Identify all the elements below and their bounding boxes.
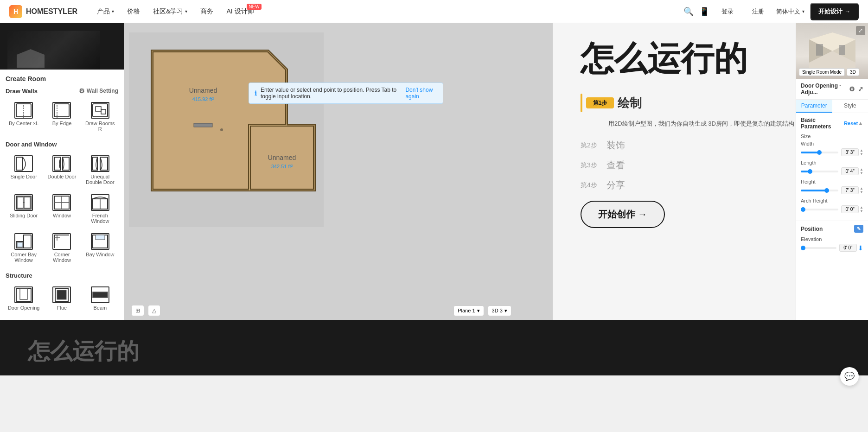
length-thumb[interactable] bbox=[808, 169, 812, 174]
tool-by-edge[interactable]: By Edge bbox=[44, 98, 80, 135]
tool-single-door[interactable]: Single Door bbox=[6, 152, 42, 189]
plane-selector-button[interactable]: Plane 1 ▾ bbox=[453, 305, 484, 316]
3d-mode-button[interactable]: 3D bbox=[847, 68, 859, 76]
svg-rect-51 bbox=[839, 45, 845, 55]
tool-sliding-door[interactable]: Sliding Door bbox=[6, 191, 42, 228]
logo[interactable]: H HOMESTYLER bbox=[9, 5, 77, 18]
position-section: Position ✎ Elevation ⬇ bbox=[796, 221, 868, 259]
arch-height-input[interactable] bbox=[841, 205, 859, 213]
width-slider[interactable] bbox=[801, 152, 838, 153]
3d-preview-svg bbox=[804, 30, 860, 72]
expand-panel-icon[interactable]: ⤢ bbox=[858, 85, 863, 93]
nav-right-actions: 🔍 📱 登录 注册 简体中文 ▾ 开始设计 → bbox=[683, 3, 859, 20]
length-slider[interactable] bbox=[801, 171, 838, 172]
main-layout: Create Room Draw Walls ⚙ Wall Setting bbox=[0, 23, 868, 320]
length-slider-row: ▲ ▼ bbox=[801, 167, 863, 175]
height-arrows: ▲ ▼ bbox=[860, 187, 863, 194]
floor-plan-svg[interactable]: Unnamed 415.92 ft² Unnamed 342.51 ft² bbox=[129, 32, 324, 227]
door-panel-icons: ⚙ ⤢ bbox=[849, 85, 863, 93]
tool-door-opening[interactable]: Door Opening bbox=[6, 283, 42, 314]
tool-double-door[interactable]: Double Door bbox=[44, 152, 80, 189]
length-down-arrow[interactable]: ▼ bbox=[860, 172, 863, 175]
length-input[interactable] bbox=[841, 167, 859, 175]
arch-height-slider[interactable] bbox=[801, 209, 838, 210]
floor-plan-container: Unnamed 415.92 ft² Unnamed 342.51 ft² bbox=[129, 32, 324, 227]
width-thumb[interactable] bbox=[817, 150, 822, 155]
step2-badge-label: 第2步 bbox=[581, 141, 597, 150]
step1-divider bbox=[581, 94, 582, 112]
tool-label: By Center ×L bbox=[9, 121, 39, 126]
tool-label: Beam bbox=[93, 305, 107, 311]
nav-ai-designer[interactable]: AI 设计师 NEW bbox=[221, 5, 259, 19]
tool-french-window[interactable]: French Window bbox=[82, 191, 118, 228]
tool-beam[interactable]: Beam bbox=[82, 283, 118, 314]
width-input[interactable] bbox=[841, 148, 859, 156]
height-slider-row: ▲ ▼ bbox=[801, 186, 863, 194]
tool-window[interactable]: Window bbox=[44, 191, 80, 228]
nav-product[interactable]: 产品 ▾ bbox=[91, 5, 120, 19]
height-slider[interactable] bbox=[801, 190, 838, 191]
tool-flue[interactable]: Flue bbox=[44, 283, 80, 314]
tab-style[interactable]: Style bbox=[832, 100, 868, 113]
svg-rect-9 bbox=[16, 157, 23, 170]
double-door-icon bbox=[52, 155, 71, 172]
tab-parameter[interactable]: Parameter bbox=[796, 100, 832, 113]
tool-label: Flue bbox=[57, 305, 67, 311]
height-down-arrow[interactable]: ▼ bbox=[860, 191, 863, 194]
by-edge-icon bbox=[52, 102, 71, 119]
promo-title: 怎么运行的 bbox=[581, 42, 747, 75]
tool-corner-window[interactable]: Corner Window bbox=[44, 229, 80, 267]
elevation-input[interactable] bbox=[839, 244, 857, 252]
svg-point-45 bbox=[220, 128, 223, 131]
language-selector[interactable]: 简体中文 ▾ bbox=[776, 7, 804, 16]
arch-down-arrow[interactable]: ▼ bbox=[860, 210, 863, 213]
position-edit-button[interactable]: ✎ bbox=[854, 225, 863, 233]
tool-label: By Edge bbox=[52, 121, 72, 126]
3d-label: 3D 3 bbox=[492, 308, 503, 313]
snap-button[interactable]: △ bbox=[148, 305, 160, 316]
3d-view-button[interactable]: 3D 3 ▾ bbox=[488, 305, 511, 316]
height-input[interactable] bbox=[841, 186, 859, 194]
single-room-mode-button[interactable]: Single Room Mode bbox=[799, 68, 845, 76]
start-design-button[interactable]: 开始设计 → bbox=[810, 3, 859, 20]
login-button[interactable]: 登录 bbox=[715, 5, 740, 19]
length-value-box: ▲ ▼ bbox=[841, 167, 863, 175]
wall-setting-button[interactable]: ⚙ Wall Setting bbox=[79, 87, 118, 95]
tool-bay-window[interactable]: Bay Window bbox=[82, 229, 118, 267]
register-button[interactable]: 注册 bbox=[746, 5, 771, 19]
width-down-arrow[interactable]: ▼ bbox=[860, 152, 863, 156]
basic-params-section: Basic Parameters Reset ▲ Size Width ▲ ▼ bbox=[796, 113, 868, 221]
tool-draw-rooms[interactable]: Draw Rooms R bbox=[82, 98, 118, 135]
preview-expand-button[interactable]: ⤢ bbox=[856, 26, 865, 35]
dismiss-notification-button[interactable]: Don't show again bbox=[405, 87, 437, 100]
notification-text: Enter value or select end point to posit… bbox=[261, 87, 402, 100]
nav-price[interactable]: 价格 bbox=[121, 5, 146, 19]
structure-label: Structure bbox=[6, 272, 32, 279]
tool-label: Unequal Double Door bbox=[84, 174, 116, 185]
bay-window-icon bbox=[91, 233, 109, 250]
elevation-slider[interactable] bbox=[801, 247, 836, 249]
search-icon[interactable]: 🔍 bbox=[683, 6, 694, 17]
collapse-icon[interactable]: ▲ bbox=[858, 120, 863, 127]
settings-icon[interactable]: ⚙ bbox=[849, 85, 855, 93]
door-parameter-panel: Single Room Mode 3D ⤢ Door Opening - Adj… bbox=[796, 23, 868, 320]
grid-toggle-button[interactable]: ⊞ bbox=[131, 305, 144, 316]
arch-height-thumb[interactable] bbox=[801, 207, 805, 212]
tool-corner-bay-window[interactable]: Corner Bay Window bbox=[6, 229, 42, 267]
tool-unequal-double-door[interactable]: Unequal Double Door bbox=[82, 152, 118, 189]
door-window-header: Door and Window bbox=[6, 141, 118, 148]
expand-elevation-icon[interactable]: ⬇ bbox=[858, 244, 863, 252]
height-thumb[interactable] bbox=[824, 188, 829, 193]
single-door-icon bbox=[14, 155, 33, 172]
elevation-thumb[interactable] bbox=[801, 246, 805, 250]
size-label: Size bbox=[801, 133, 863, 139]
elevation-slider-row: ⬇ bbox=[801, 244, 863, 252]
nav-business[interactable]: 商务 bbox=[195, 5, 219, 19]
device-icon[interactable]: 📱 bbox=[699, 6, 709, 17]
start-creating-button[interactable]: 开始创作 → bbox=[581, 201, 665, 228]
reset-button[interactable]: Reset bbox=[844, 121, 858, 126]
svg-rect-40 bbox=[194, 123, 212, 127]
svg-rect-31 bbox=[20, 288, 27, 299]
tool-by-center[interactable]: By Center ×L bbox=[6, 98, 42, 135]
nav-community[interactable]: 社区&学习 ▾ bbox=[147, 5, 193, 19]
